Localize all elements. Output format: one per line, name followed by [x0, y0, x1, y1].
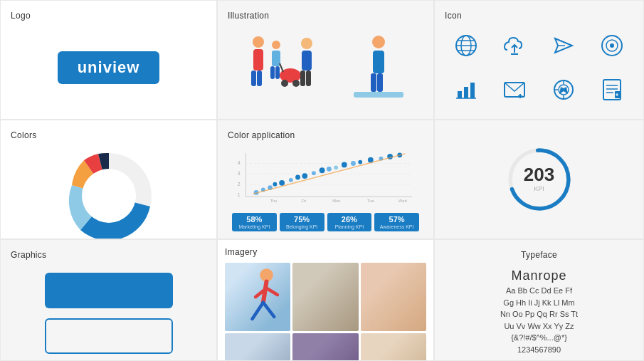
- kpi-number-container: 203 KPI: [524, 165, 554, 192]
- svg-line-95: [266, 288, 277, 295]
- globe-icon: [453, 33, 479, 58]
- bar-1: 58% Marketing KPI: [232, 213, 277, 231]
- svg-line-92: [252, 303, 263, 319]
- font-chars-2: Gg Hh Ii Jj Kk Ll Mm: [503, 298, 574, 307]
- bar-3-label: Planning KPI: [335, 224, 364, 229]
- imagery-woman-laughing: [292, 333, 358, 361]
- font-name: Manrope: [511, 268, 566, 283]
- graphics-outline-rect: [45, 318, 173, 354]
- imagery-smiling-woman: [361, 263, 426, 331]
- svg-point-32: [610, 43, 614, 48]
- goal-icon: [551, 77, 576, 103]
- svg-text:1: 1: [238, 192, 241, 197]
- svg-rect-14: [300, 70, 305, 86]
- svg-text:Thu: Thu: [270, 199, 278, 203]
- svg-point-79: [334, 165, 338, 169]
- document-icon-item: [591, 77, 633, 103]
- kpi-unit: KPI: [524, 185, 554, 192]
- typeface-cell: Typeface Manrope Aa Bb Cc Dd Ee Ff Gg Hh…: [434, 239, 644, 361]
- graphics-title: Graphics: [11, 250, 206, 260]
- svg-point-4: [272, 41, 280, 49]
- svg-rect-19: [377, 73, 383, 92]
- bar-1-value: 58%: [246, 215, 262, 224]
- bar-4-value: 57%: [389, 215, 405, 224]
- kpi-cell: 203 KPI: [434, 120, 644, 239]
- svg-point-10: [281, 80, 288, 87]
- imagery-cell: Imagery: [217, 239, 434, 361]
- bar-3-value: 26%: [342, 215, 357, 224]
- kpi-gauge: 203 KPI: [504, 144, 575, 215]
- svg-point-82: [358, 160, 362, 164]
- svg-rect-5: [272, 51, 280, 66]
- bar-2: 75% Belonging KPI: [280, 213, 324, 231]
- icon-grid: [445, 26, 633, 109]
- donut-chart: [59, 146, 159, 239]
- donut-container: [11, 146, 206, 239]
- bar-2-label: Belonging KPI: [286, 224, 317, 229]
- svg-point-80: [342, 162, 347, 168]
- svg-rect-34: [464, 87, 468, 98]
- logo-title: Logo: [11, 11, 206, 21]
- svg-point-81: [351, 161, 356, 166]
- imagery-runner: [225, 263, 290, 331]
- svg-point-71: [273, 182, 277, 187]
- svg-point-53: [82, 169, 136, 223]
- imagery-crowd: [225, 333, 290, 361]
- svg-point-77: [320, 167, 325, 173]
- imagery-family: [292, 263, 358, 331]
- bar-4-label: Awareness KPI: [380, 224, 414, 229]
- send-icon-item: [542, 33, 585, 58]
- icon-cell: Icon: [434, 0, 644, 120]
- font-chars-1: Aa Bb Cc Dd Ee Ff: [506, 286, 572, 295]
- target-icon: [599, 33, 625, 58]
- progress-bars: 58% Marketing KPI 75% Belonging KPI 26% …: [228, 210, 423, 234]
- target-icon-item: [591, 33, 633, 58]
- svg-text:Wed: Wed: [398, 199, 407, 203]
- color-app-title: Color application: [228, 130, 423, 140]
- svg-text:2: 2: [238, 182, 241, 187]
- svg-rect-7: [275, 66, 280, 79]
- svg-text:3: 3: [238, 171, 241, 176]
- svg-text:Tue: Tue: [367, 199, 374, 203]
- illustration-title: Illustration: [228, 11, 423, 21]
- illustration-person-svg: [350, 29, 407, 108]
- logo-cell: Logo uniview: [0, 0, 217, 120]
- main-grid: Logo uniview Illustration: [0, 0, 644, 361]
- logo-box: uniview: [58, 51, 160, 84]
- document-icon: [599, 77, 625, 103]
- font-chars-6: 1234567890: [517, 345, 561, 354]
- font-chars-5: {&?!#/$^%...@*}: [511, 333, 567, 342]
- color-application-cell: Color application 4 3 2 1 Thu Fri Mon: [217, 120, 434, 239]
- svg-point-12: [301, 38, 312, 49]
- svg-rect-15: [306, 70, 311, 86]
- svg-line-9: [280, 63, 283, 72]
- svg-rect-35: [470, 83, 475, 98]
- chart-bar-icon-item: [445, 77, 487, 103]
- bar-3: 26% Planning KPI: [327, 213, 372, 231]
- svg-rect-3: [257, 70, 262, 86]
- svg-text:Fri: Fri: [301, 199, 306, 203]
- illustration-cell: Illustration: [217, 0, 434, 120]
- mail-icon: [502, 77, 527, 103]
- mail-icon-item: [493, 77, 536, 103]
- bar-4: 57% Awareness KPI: [374, 213, 419, 231]
- svg-marker-45: [559, 87, 568, 94]
- globe-icon-item: [445, 33, 487, 58]
- svg-rect-33: [458, 91, 462, 98]
- svg-text:Mon: Mon: [332, 199, 340, 203]
- svg-rect-13: [302, 51, 312, 70]
- svg-rect-2: [251, 70, 256, 86]
- illustration-family-svg: [244, 29, 322, 108]
- icon-title: Icon: [445, 11, 633, 21]
- send-icon: [551, 33, 576, 58]
- svg-point-73: [289, 178, 293, 182]
- svg-point-75: [302, 173, 307, 179]
- cloud-upload-icon: [502, 33, 527, 58]
- svg-text:4: 4: [238, 160, 241, 165]
- chart-bar-icon: [453, 77, 479, 103]
- cloud-upload-icon-item: [493, 33, 536, 58]
- runner-figure: [225, 263, 290, 331]
- svg-point-11: [292, 80, 300, 87]
- logo-text: uniview: [78, 58, 140, 77]
- svg-point-78: [327, 167, 332, 172]
